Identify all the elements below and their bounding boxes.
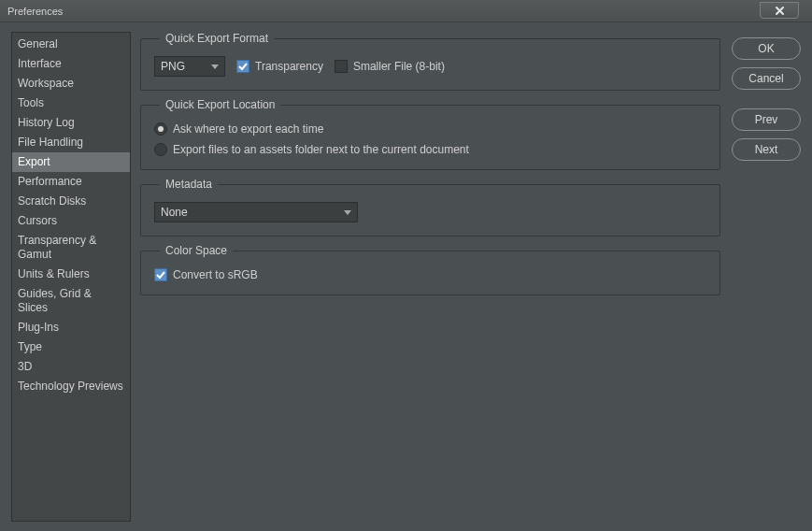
transparency-checkbox[interactable]: Transparency (236, 60, 323, 73)
radio-assets-folder[interactable]: Export files to an assets folder next to… (154, 143, 469, 156)
sidebar-item-interface[interactable]: Interface (12, 54, 130, 74)
metadata-select[interactable]: None (154, 202, 358, 222)
sidebar-item-export[interactable]: Export (12, 152, 130, 172)
sidebar-item-scratch-disks[interactable]: Scratch Disks (12, 192, 130, 211)
transparency-label: Transparency (255, 60, 323, 73)
group-legend-location: Quick Export Location (160, 98, 280, 111)
chevron-down-icon (344, 210, 351, 215)
sidebar-item-general[interactable]: General (12, 35, 130, 54)
group-quick-export-location: Quick Export Location Ask where to expor… (140, 98, 720, 170)
sidebar-item-workspace[interactable]: Workspace (12, 74, 130, 93)
sidebar-item-type[interactable]: Type (12, 337, 130, 357)
sidebar-item-3d[interactable]: 3D (12, 357, 130, 377)
convert-srgb-label: Convert to sRGB (173, 268, 258, 281)
titlebar: Preferences (0, 0, 812, 22)
close-icon (775, 6, 785, 16)
group-color-space: Color Space Convert to sRGB (140, 244, 720, 295)
format-select-value: PNG (161, 60, 185, 73)
content-panel: Quick Export Format PNG Transparency Sma… (140, 32, 720, 522)
window-body: General Interface Workspace Tools Histor… (0, 22, 812, 531)
sidebar-item-plug-ins[interactable]: Plug-Ins (12, 318, 130, 337)
sidebar-item-guides-grid-slices[interactable]: Guides, Grid & Slices (12, 284, 130, 318)
group-legend-colorspace: Color Space (160, 244, 233, 257)
sidebar-item-technology-previews[interactable]: Technology Previews (12, 377, 130, 396)
close-button[interactable] (760, 2, 799, 19)
window-title: Preferences (0, 6, 63, 17)
sidebar-item-file-handling[interactable]: File Handling (12, 133, 130, 152)
sidebar-item-tools[interactable]: Tools (12, 93, 130, 113)
metadata-select-value: None (161, 206, 188, 219)
chevron-down-icon (211, 65, 219, 69)
sidebar-item-history-log[interactable]: History Log (12, 113, 130, 133)
convert-srgb-checkbox[interactable]: Convert to sRGB (154, 268, 258, 281)
format-select[interactable]: PNG (154, 56, 225, 77)
next-button[interactable]: Next (732, 138, 801, 161)
radio-ask-each-time[interactable]: Ask where to export each time (154, 122, 323, 136)
prev-button[interactable]: Prev (732, 108, 801, 131)
side-buttons: OK Cancel Prev Next (732, 32, 801, 522)
ok-button[interactable]: OK (732, 37, 801, 60)
sidebar-item-units-rulers[interactable]: Units & Rulers (12, 265, 130, 284)
sidebar-item-performance[interactable]: Performance (12, 172, 130, 192)
main-area: Quick Export Format PNG Transparency Sma… (140, 32, 801, 522)
check-icon (238, 62, 248, 71)
radio-assets-label: Export files to an assets folder next to… (173, 143, 469, 156)
group-metadata: Metadata None (140, 178, 720, 237)
cancel-button[interactable]: Cancel (732, 67, 801, 90)
group-quick-export-format: Quick Export Format PNG Transparency Sma… (140, 32, 720, 91)
sidebar-item-cursors[interactable]: Cursors (12, 211, 130, 231)
preferences-sidebar: General Interface Workspace Tools Histor… (11, 32, 131, 522)
check-icon (156, 270, 165, 280)
radio-ask-label: Ask where to export each time (173, 122, 323, 136)
group-legend-format: Quick Export Format (160, 32, 274, 45)
smaller-file-checkbox[interactable]: Smaller File (8-bit) (335, 60, 445, 73)
smaller-file-label: Smaller File (8-bit) (353, 60, 445, 73)
group-legend-metadata: Metadata (160, 178, 218, 191)
sidebar-item-transparency-gamut[interactable]: Transparency & Gamut (12, 231, 130, 265)
